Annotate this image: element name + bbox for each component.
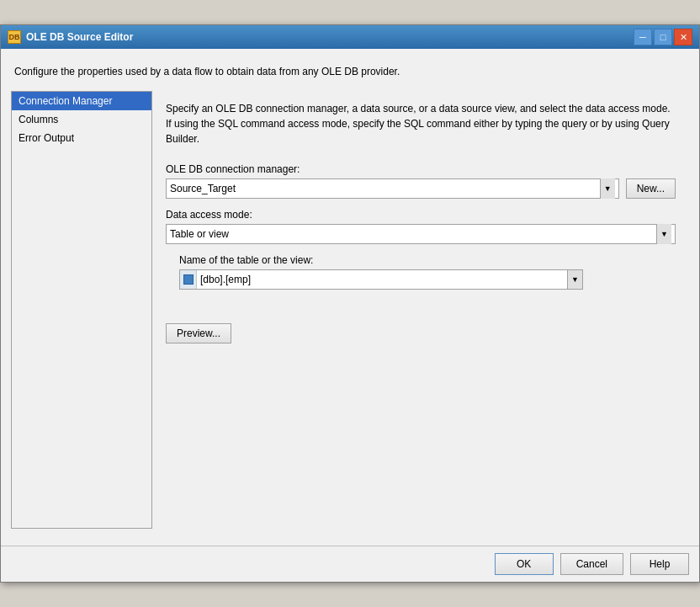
table-icon bbox=[180, 270, 197, 289]
nav-panel: Connection Manager Columns Error Output bbox=[11, 91, 152, 529]
help-button[interactable]: Help bbox=[630, 553, 689, 575]
preview-button[interactable]: Preview... bbox=[166, 323, 231, 343]
data-access-mode-group: Data access mode: Table or view ▼ bbox=[166, 209, 676, 244]
bottom-section: Preview... bbox=[166, 317, 676, 343]
minimize-button[interactable]: ─ bbox=[634, 29, 652, 45]
connection-manager-label: OLE DB connection manager: bbox=[166, 163, 676, 175]
new-button[interactable]: New... bbox=[626, 178, 676, 199]
title-controls: ─ □ ✕ bbox=[634, 29, 692, 45]
ok-button[interactable]: OK bbox=[495, 553, 554, 575]
window-content: Configure the properties used by a data … bbox=[1, 49, 699, 539]
table-name-value: [dbo].[emp] bbox=[197, 274, 567, 285]
connection-manager-group: OLE DB connection manager: Source_Target… bbox=[166, 163, 676, 199]
sidebar-item-connection-manager[interactable]: Connection Manager bbox=[12, 92, 151, 110]
connection-manager-dropdown[interactable]: Source_Target ▼ bbox=[166, 178, 619, 199]
connection-manager-dropdown-arrow[interactable]: ▼ bbox=[600, 178, 615, 199]
cancel-button[interactable]: Cancel bbox=[560, 553, 623, 575]
connection-manager-row: Source_Target ▼ New... bbox=[166, 178, 676, 199]
content-panel: Specify an OLE DB connection manager, a … bbox=[152, 91, 689, 529]
connection-manager-value: Source_Target bbox=[170, 183, 236, 194]
table-name-row[interactable]: [dbo].[emp] ▼ bbox=[179, 269, 583, 290]
data-access-mode-label: Data access mode: bbox=[166, 209, 676, 221]
window-title: OLE DB Source Editor bbox=[26, 31, 133, 43]
content-description: Specify an OLE DB connection manager, a … bbox=[166, 101, 676, 146]
data-access-mode-dropdown-arrow[interactable]: ▼ bbox=[656, 224, 671, 244]
table-name-group: Name of the table or the view: [dbo].[em… bbox=[179, 254, 676, 290]
main-area: Connection Manager Columns Error Output … bbox=[11, 91, 689, 529]
data-access-mode-value: Table or view bbox=[170, 228, 229, 240]
sidebar-item-columns[interactable]: Columns bbox=[12, 110, 151, 129]
footer-buttons: OK Cancel Help bbox=[1, 546, 699, 582]
window-icon: DB bbox=[8, 30, 21, 44]
title-bar: DB OLE DB Source Editor ─ □ ✕ bbox=[1, 25, 699, 49]
title-bar-left: DB OLE DB Source Editor bbox=[8, 30, 133, 44]
top-description: Configure the properties used by a data … bbox=[11, 59, 689, 91]
close-button[interactable]: ✕ bbox=[674, 29, 692, 45]
restore-button[interactable]: □ bbox=[654, 29, 672, 45]
table-name-label: Name of the table or the view: bbox=[179, 254, 676, 266]
table-icon-inner bbox=[183, 274, 194, 285]
ole-db-source-editor-window: DB OLE DB Source Editor ─ □ ✕ Configure … bbox=[0, 24, 700, 583]
sidebar-item-error-output[interactable]: Error Output bbox=[12, 129, 151, 147]
data-access-mode-dropdown[interactable]: Table or view ▼ bbox=[166, 224, 676, 244]
table-name-dropdown-arrow[interactable]: ▼ bbox=[567, 270, 582, 289]
